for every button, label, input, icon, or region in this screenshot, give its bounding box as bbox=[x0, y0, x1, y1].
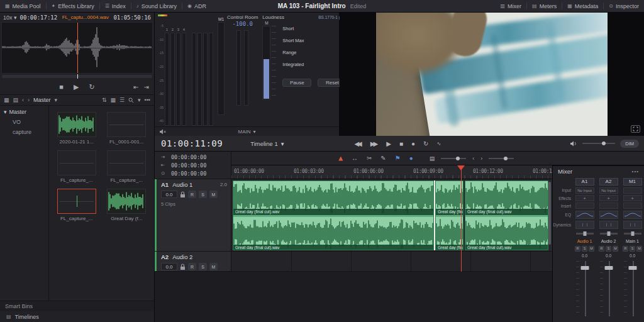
sound-library-button[interactable]: ♪Sound Library bbox=[131, 0, 182, 12]
input-assign-button[interactable]: No Input bbox=[575, 187, 594, 194]
track-record-arm-button[interactable]: R bbox=[188, 191, 196, 198]
fast-forward-button[interactable]: ▶▶ bbox=[370, 140, 378, 147]
stop-button[interactable]: ■ bbox=[59, 83, 64, 91]
mixer-channel-strip[interactable]: A1No Input+Audio 1RSM0.0 bbox=[573, 177, 596, 322]
bin-tree-capture[interactable]: capture bbox=[0, 127, 48, 137]
media-clip[interactable]: FL_capture_... bbox=[55, 189, 98, 221]
jump-to-start-icon[interactable]: ⇤ bbox=[133, 84, 138, 91]
input-assign-button[interactable] bbox=[623, 187, 642, 194]
media-clip[interactable]: Great Day (f... bbox=[105, 189, 148, 221]
record-button[interactable]: ● bbox=[411, 140, 415, 147]
zoom-out-icon[interactable]: ‹ bbox=[472, 155, 474, 162]
duration-field[interactable]: ⊙00:00:00:00 bbox=[160, 170, 226, 177]
stop-button[interactable]: ■ bbox=[399, 140, 403, 147]
input-assign-button[interactable]: No Input bbox=[599, 187, 618, 194]
pan-control[interactable] bbox=[624, 233, 641, 235]
bin-selector[interactable]: Master bbox=[33, 97, 51, 103]
grid-view-icon[interactable]: ▦ bbox=[110, 97, 116, 103]
dynamics-thumbnail[interactable] bbox=[623, 221, 642, 229]
smart-bin-timelines[interactable]: ▤Timelines bbox=[0, 311, 154, 322]
strip-m-button[interactable]: M bbox=[636, 246, 642, 252]
channel-label[interactable]: A1 bbox=[575, 178, 594, 186]
track-mute-button[interactable]: M bbox=[209, 263, 218, 270]
zoom-in-icon[interactable]: › bbox=[480, 155, 482, 162]
insert-slot[interactable] bbox=[599, 203, 618, 209]
track-mute-button[interactable]: M bbox=[209, 191, 218, 198]
fast-rewind-button[interactable]: ◀◀ bbox=[354, 140, 362, 147]
back-icon[interactable]: ‹ bbox=[22, 97, 24, 103]
pen-tool-icon[interactable]: ✎ bbox=[380, 155, 386, 162]
track-solo-button[interactable]: S bbox=[199, 263, 207, 270]
playhead-marker[interactable] bbox=[457, 165, 465, 170]
bin-list-icon[interactable]: ▤ bbox=[13, 97, 19, 103]
timeline-selector[interactable]: Timeline 1▾ bbox=[250, 140, 284, 147]
automation-icon[interactable]: ∿ bbox=[436, 141, 441, 147]
selection-tool-icon[interactable]: ▶ bbox=[337, 156, 343, 160]
media-clip[interactable]: FL_capture_... bbox=[55, 150, 98, 183]
track-lane-a1[interactable]: Great day (final cut).wavGreat day (fina… bbox=[231, 179, 552, 252]
pan-control[interactable] bbox=[576, 233, 594, 235]
forward-icon[interactable]: › bbox=[28, 97, 30, 103]
eq-thumbnail[interactable] bbox=[623, 211, 642, 219]
metadata-button[interactable]: ▦Metadata bbox=[562, 0, 603, 12]
bin-tree-vo[interactable]: VO bbox=[0, 117, 48, 127]
playhead-line[interactable] bbox=[461, 165, 462, 272]
mixer-channel-strip[interactable]: M1+Main 1RSM0.0 bbox=[621, 177, 644, 322]
loudness-pause-button[interactable]: Pause bbox=[282, 79, 311, 87]
monitor-output-selector[interactable]: MAIN▾ bbox=[238, 129, 255, 135]
loop-button[interactable]: ↻ bbox=[423, 140, 428, 147]
pan-control[interactable] bbox=[600, 233, 618, 235]
track-height-icon[interactable]: ▤ bbox=[430, 155, 435, 162]
speaker-icon[interactable] bbox=[570, 141, 577, 147]
fader[interactable]: 0.0 bbox=[597, 252, 620, 322]
track-solo-button[interactable]: S bbox=[199, 191, 207, 198]
mixer-options-icon[interactable]: ••• bbox=[632, 169, 639, 174]
zoom-slider[interactable] bbox=[489, 158, 514, 159]
channel-label[interactable]: A2 bbox=[599, 178, 618, 186]
insert-slot[interactable] bbox=[575, 203, 594, 209]
mixer-channel-strip[interactable]: A2No Input+Audio 2RSM0.0 bbox=[597, 177, 620, 322]
channel-label[interactable]: M1 bbox=[623, 178, 642, 186]
add-effect-button[interactable]: + bbox=[599, 195, 618, 201]
inspector-button[interactable]: ⊙Inspector bbox=[604, 0, 644, 12]
lock-icon[interactable] bbox=[180, 191, 186, 198]
in-point-field[interactable]: ⇥00:00:00:00 bbox=[160, 154, 226, 160]
strip-s-button[interactable]: S bbox=[630, 246, 635, 252]
media-clip[interactable]: 2020-01-21 1... bbox=[55, 112, 98, 145]
fader-handle[interactable] bbox=[604, 266, 613, 270]
strip-r-button[interactable]: R bbox=[599, 246, 604, 252]
media-clip[interactable]: FL_capture_... bbox=[105, 150, 148, 183]
track-gain-field[interactable]: 0.0 bbox=[161, 191, 177, 198]
meters-button[interactable]: ▤Meters bbox=[527, 0, 562, 12]
strip-r-button[interactable]: R bbox=[575, 246, 580, 252]
media-clip[interactable]: FL_0001-001... bbox=[105, 112, 148, 145]
lock-icon[interactable] bbox=[180, 264, 186, 270]
expand-viewer-icon[interactable] bbox=[631, 125, 640, 133]
list-view-icon[interactable]: ☰ bbox=[119, 97, 125, 103]
mixer-button[interactable]: ▥Mixer bbox=[496, 0, 527, 12]
dim-button[interactable]: DIM bbox=[620, 140, 639, 148]
jump-to-end-icon[interactable]: ⇥ bbox=[144, 84, 149, 91]
eq-thumbnail[interactable] bbox=[575, 211, 594, 219]
chevron-down-icon[interactable]: ▾ bbox=[138, 97, 141, 103]
track-height-slider[interactable] bbox=[441, 158, 466, 159]
eq-thumbnail[interactable] bbox=[599, 211, 618, 219]
flag-icon[interactable]: ⚑ bbox=[395, 155, 401, 162]
smart-bins-header[interactable]: Smart Bins bbox=[0, 301, 154, 311]
insert-slot[interactable] bbox=[623, 203, 642, 209]
strip-s-button[interactable]: S bbox=[606, 246, 611, 252]
razor-tool-icon[interactable]: ✂ bbox=[367, 155, 372, 162]
strip-r-button[interactable]: R bbox=[623, 246, 628, 252]
adr-button[interactable]: ◉ADR bbox=[182, 0, 211, 12]
range-tool-icon[interactable]: ↔ bbox=[352, 155, 358, 162]
audio-preview-waveform[interactable] bbox=[1, 22, 153, 74]
media-pool-button[interactable]: ▦Media Pool bbox=[0, 0, 46, 12]
dynamics-thumbnail[interactable] bbox=[599, 221, 618, 229]
preview-scrollbar[interactable] bbox=[2, 75, 152, 78]
play-button[interactable]: ▶ bbox=[386, 140, 391, 147]
strip-m-button[interactable]: M bbox=[589, 246, 594, 252]
track-lane-a2[interactable] bbox=[231, 252, 552, 272]
track-record-arm-button[interactable]: R bbox=[188, 263, 196, 270]
loop-button[interactable]: ↻ bbox=[89, 83, 94, 91]
preview-playhead[interactable] bbox=[77, 23, 78, 73]
